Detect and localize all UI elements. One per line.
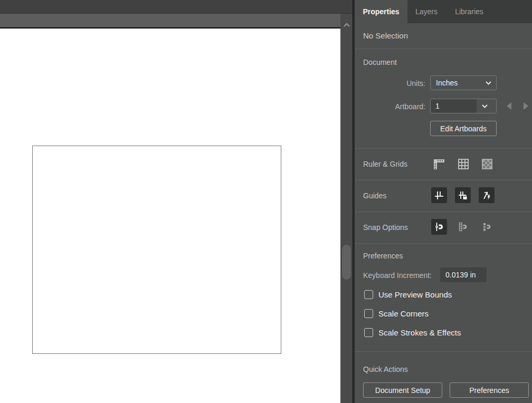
vertical-scrollbar[interactable] xyxy=(340,14,353,403)
tab-properties[interactable]: Properties xyxy=(355,0,407,23)
scale-strokes-effects-checkbox[interactable]: Scale Strokes & Effects xyxy=(364,328,461,337)
section-divider xyxy=(355,148,532,149)
scroll-up-icon[interactable] xyxy=(342,21,352,30)
snap-to-grid-icon[interactable] xyxy=(455,219,471,235)
show-guides-icon[interactable] xyxy=(431,187,447,203)
application-bar xyxy=(0,0,353,14)
edit-artboards-button[interactable]: Edit Artboards xyxy=(430,121,497,136)
lock-guides-icon[interactable] xyxy=(455,187,471,203)
keyboard-increment-label: Keyboard Increment: xyxy=(363,271,432,280)
chevron-down-icon xyxy=(477,104,492,108)
checkbox-label: Scale Corners xyxy=(378,309,429,318)
checkbox-icon xyxy=(364,290,373,299)
section-divider xyxy=(355,180,532,180)
scale-corners-checkbox[interactable]: Scale Corners xyxy=(364,309,429,318)
keyboard-increment-field[interactable]: 0.0139 in xyxy=(440,267,487,282)
checkbox-label: Scale Strokes & Effects xyxy=(378,328,461,337)
previous-artboard-icon[interactable] xyxy=(507,102,511,110)
document-section-title: Document xyxy=(363,58,397,66)
ruler-corner-icon[interactable] xyxy=(432,157,446,171)
units-value: Inches xyxy=(431,79,480,87)
section-divider xyxy=(355,243,532,244)
units-label: Units: xyxy=(355,79,425,88)
illustrator-window: Properties Layers Libraries No Selection… xyxy=(0,0,532,403)
selection-status: No Selection xyxy=(363,31,408,40)
snap-to-pixel-icon[interactable] xyxy=(479,219,495,235)
artboard-select[interactable]: 1 xyxy=(430,99,497,113)
checkbox-icon xyxy=(364,309,373,318)
transparency-grid-icon[interactable] xyxy=(480,157,495,171)
next-artboard-icon[interactable] xyxy=(524,102,528,110)
artboard-number-field[interactable]: 1 xyxy=(431,99,477,113)
properties-panel: Properties Layers Libraries No Selection… xyxy=(355,0,532,403)
document-tab-bar xyxy=(0,14,340,28)
use-preview-bounds-checkbox[interactable]: Use Preview Bounds xyxy=(364,290,452,299)
ruler-grids-label: Ruler & Grids xyxy=(363,160,407,168)
smart-guides-icon[interactable] xyxy=(479,187,495,203)
snap-to-point-icon[interactable] xyxy=(431,219,447,235)
preferences-section-title: Preferences xyxy=(363,252,403,260)
canvas[interactable] xyxy=(0,28,340,403)
panel-tab-bar: Properties Layers Libraries xyxy=(355,0,532,23)
chevron-down-icon xyxy=(480,81,496,85)
snap-options-label: Snap Options xyxy=(363,223,408,232)
units-select[interactable]: Inches xyxy=(430,75,497,90)
section-divider xyxy=(355,49,532,49)
grid-icon[interactable] xyxy=(456,157,471,171)
quick-actions-section-title: Quick Actions xyxy=(363,365,408,373)
section-divider xyxy=(355,212,532,212)
tab-layers[interactable]: Layers xyxy=(409,0,444,23)
guides-label: Guides xyxy=(363,191,386,200)
scrollbar-thumb[interactable] xyxy=(342,245,351,280)
tab-libraries[interactable]: Libraries xyxy=(445,0,493,23)
artboard[interactable] xyxy=(32,146,281,354)
checkbox-label: Use Preview Bounds xyxy=(378,290,452,299)
preferences-button[interactable]: Preferences xyxy=(450,382,529,398)
document-setup-button[interactable]: Document Setup xyxy=(363,382,442,398)
artboard-label: Artboard: xyxy=(355,102,425,111)
canvas-area xyxy=(0,0,353,403)
section-divider xyxy=(355,351,532,352)
checkbox-icon xyxy=(364,328,373,337)
